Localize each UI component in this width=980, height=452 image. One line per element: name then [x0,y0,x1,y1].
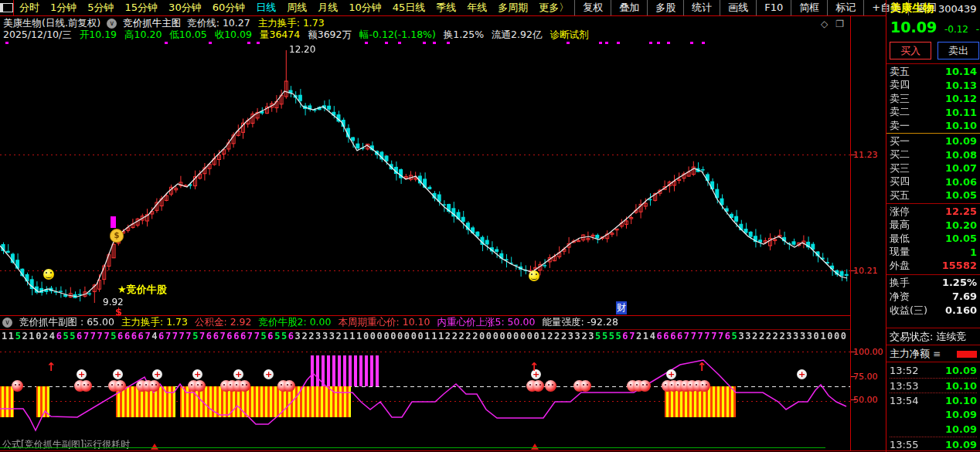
tab-周线[interactable]: 周线 [281,0,312,15]
signal-digit: 6 [670,331,675,344]
bid-row-value: 10.05 [945,189,977,201]
window-menu-button[interactable] [0,0,14,15]
signal-digit: 5 [70,331,75,344]
diamond-icon[interactable]: ◇ [821,19,828,29]
signal-digit: 7 [199,331,205,344]
ball-eyes [77,384,79,386]
signal-digit: 5 [274,331,280,344]
tab-月线[interactable]: 月线 [312,0,343,15]
tab-更多〉[interactable]: 更多〉 [533,0,574,15]
ask-row[interactable]: 卖四10.13 [890,79,977,92]
signal-digit: 6 [124,331,130,344]
signal-digit: 2 [458,331,464,344]
tab-多周期[interactable]: 多周期 [492,0,533,15]
signal-digit: 1 [2,331,7,344]
ask-row-label: 卖三 [890,92,910,106]
signal-digit: 7 [684,331,689,344]
signal-digit: 4 [151,331,157,344]
signal-digit: 2 [472,331,478,344]
signal-digit: 4 [49,331,55,344]
tab-60分钟[interactable]: 60分钟 [207,0,251,15]
bid-row-value: 10.08 [945,149,977,161]
collapse-main-indicator-icon[interactable]: ∨ [107,19,117,29]
ball-eyes [677,384,679,386]
toolbar-button-多股[interactable]: 多股 [647,0,683,15]
tick-price: 10.09 [945,409,977,420]
signal-digit: 6 [663,331,669,344]
signal-digit: 0 [493,331,499,344]
main-candlestick-chart[interactable] [0,41,850,315]
signal-digit: 7 [704,331,709,344]
trade-status: 交易状态: 连续竞 [890,330,978,344]
tab-季线[interactable]: 季线 [430,0,461,15]
medic-cross-icon: + [666,369,676,379]
indicator-field: 主力换手: 1.73 [258,17,325,30]
stat-row: 最高10.20 [890,219,977,232]
bid-row[interactable]: 买一10.09 [890,134,977,148]
toolbar-button-标记[interactable]: 标记 [827,0,863,15]
toolbar-button-统计[interactable]: 统计 [683,0,720,15]
ask-row-label: 卖四 [890,78,910,92]
sub-pane-header-border [0,329,850,330]
ask-row[interactable]: 卖三10.12 [890,92,977,105]
bid-row[interactable]: 买三10.07 [890,161,977,175]
smiley-mouth [531,276,537,280]
ohlc-field: 低10.05 [169,29,206,42]
ball-eyes [583,384,584,386]
collapse-sub-indicator-icon[interactable]: ∨ [2,318,12,328]
up-arrow-icon: ↑ [529,360,539,374]
ohlc-field: 诊断试剂 [550,29,588,42]
signal-digit: 0 [534,331,539,344]
ball-eyes [197,384,199,386]
signal-digit: 0 [834,331,839,344]
signal-digit: 3 [575,331,580,344]
signal-digit: 3 [738,331,744,344]
ball-eyes [236,384,237,386]
tick-price: 10.09 [945,423,977,435]
bid-row[interactable]: 买四10.06 [890,175,977,189]
list-icon[interactable]: ≡ [933,348,941,359]
toolbar-button-F10[interactable]: F10 [756,0,791,15]
stat-row-label: 最低 [890,232,910,246]
signal-digit: 3 [745,331,750,344]
up-arrow-icon: ↑ [697,360,707,374]
tab-45日线[interactable]: 45日线 [387,0,431,15]
tab-日线[interactable]: 日线 [250,0,281,15]
panel-layout-icon[interactable]: ❐ [835,19,844,29]
ask-row[interactable]: 卖二10.11 [890,106,977,119]
sub-indicator-chart[interactable] [0,346,850,444]
tab-1分钟[interactable]: 1分钟 [45,0,82,15]
toolbar-button-叠加[interactable]: 叠加 [611,0,647,15]
ball-eyes [636,384,638,386]
ask-row[interactable]: 卖一10.10 [890,119,977,132]
signal-digit: 2 [561,331,567,344]
toolbar-button-简框[interactable]: 简框 [791,0,827,15]
tab-5分钟[interactable]: 5分钟 [82,0,119,15]
tab-年线[interactable]: 年线 [461,0,492,15]
signal-digit: 0 [814,331,819,344]
bid-row[interactable]: 买五10.05 [890,189,977,202]
tab-30分钟[interactable]: 30分钟 [163,0,207,15]
tab-分时[interactable]: 分时 [14,0,45,15]
bid-row-value: 10.06 [945,176,977,188]
signal-digit: 2 [766,331,771,344]
bid-row-value: 10.07 [945,162,977,174]
toolbar-button-复权[interactable]: 复权 [574,0,611,15]
ball-eyes [529,384,531,386]
axis-label: 75.00 [853,372,884,382]
tab-15分钟[interactable]: 15分钟 [120,0,164,15]
stat-row-value: 7.69 [952,291,977,302]
bid-row[interactable]: 买二10.08 [890,148,977,161]
ask-row[interactable]: 卖五10.14 [890,65,977,78]
toolbar-button-画线[interactable]: 画线 [720,0,756,15]
signal-digit: 3 [322,331,328,344]
tab-10分钟[interactable]: 10分钟 [343,0,387,15]
main-net-label: 主力净额 [890,347,930,361]
signal-digit: 5 [63,331,68,344]
ball-eyes [642,384,644,386]
smiley-face-icon [43,269,54,280]
signal-digit: 3 [315,331,321,344]
stat-row-label: 涨停 [890,205,910,219]
ball-eyes [242,384,243,386]
signal-digit: 2 [336,331,342,344]
